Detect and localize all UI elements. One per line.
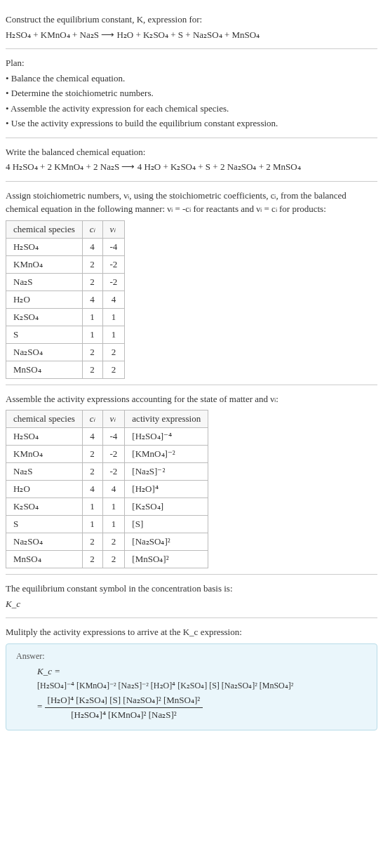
plan-bullet-3: • Assemble the activity expression for e…	[6, 102, 377, 116]
table-row: Na₂S2-2[Na₂S]⁻²	[6, 463, 208, 481]
table-row: H₂SO₄4-4[H₂SO₄]⁻⁴	[6, 428, 208, 446]
col-ci: cᵢ	[82, 220, 102, 238]
table-row: Na₂SO₄22	[6, 343, 125, 361]
activity-table: chemical species cᵢ νᵢ activity expressi…	[6, 410, 208, 568]
col-vi: νᵢ	[102, 410, 125, 428]
intro-section: Construct the equilibrium constant, K, e…	[6, 6, 377, 49]
table-header-row: chemical species cᵢ νᵢ	[6, 220, 125, 238]
plan-bullet-4: • Use the activity expressions to build …	[6, 116, 377, 131]
final-heading: Mulitply the activity expressions to arr…	[6, 625, 377, 639]
activity-heading: Assemble the activity expressions accoun…	[6, 392, 377, 406]
fraction-line: = [H₂O]⁴ [K₂SO₄] [S] [Na₂SO₄]² [MnSO₄]² …	[37, 693, 367, 721]
balanced-section: Write the balanced chemical equation: 4 …	[6, 138, 377, 182]
table-row: K₂SO₄11[K₂SO₄]	[6, 498, 208, 516]
plan-bullet-1: • Balance the chemical equation.	[6, 72, 377, 86]
table-row: Na₂SO₄22[Na₂SO₄]²	[6, 533, 208, 551]
table-row: S11	[6, 326, 125, 343]
fraction: [H₂O]⁴ [K₂SO₄] [S] [Na₂SO₄]² [MnSO₄]² [H…	[45, 693, 203, 721]
fraction-denominator: [H₂SO₄]⁴ [KMnO₄]² [Na₂S]²	[45, 708, 203, 722]
answer-label: Answer:	[16, 651, 367, 662]
unbalanced-equation: H₂SO₄ + KMnO₄ + Na₂S ⟶ H₂O + K₂SO₄ + S +…	[6, 28, 377, 42]
kc-symbol-section: The equilibrium constant symbol in the c…	[6, 575, 377, 618]
product-line: [H₂SO₄]⁻⁴ [KMnO₄]⁻² [Na₂S]⁻² [H₂O]⁴ [K₂S…	[37, 679, 367, 692]
kc-symbol: K_c	[6, 597, 377, 611]
table-row: H₂SO₄4-4	[6, 238, 125, 255]
final-section: Mulitply the activity expressions to arr…	[6, 618, 377, 736]
kc-symbol-heading: The equilibrium constant symbol in the c…	[6, 582, 377, 596]
table-row: KMnO₄2-2[KMnO₄]⁻²	[6, 446, 208, 463]
activity-section: Assemble the activity expressions accoun…	[6, 385, 377, 575]
col-activity-expr: activity expression	[125, 410, 208, 428]
col-species: chemical species	[6, 220, 83, 238]
equals-sign: =	[37, 701, 42, 712]
stoich-heading: Assign stoichiometric numbers, νᵢ, using…	[6, 189, 377, 216]
col-ci: cᵢ	[82, 410, 102, 428]
stoich-section: Assign stoichiometric numbers, νᵢ, using…	[6, 182, 377, 385]
col-vi: νᵢ	[102, 220, 125, 238]
fraction-numerator: [H₂O]⁴ [K₂SO₄] [S] [Na₂SO₄]² [MnSO₄]²	[45, 693, 203, 708]
answer-box: Answer: K_c = [H₂SO₄]⁻⁴ [KMnO₄]⁻² [Na₂S]…	[6, 643, 377, 731]
plan-heading: Plan:	[6, 56, 377, 70]
stoich-table: chemical species cᵢ νᵢ H₂SO₄4-4 KMnO₄2-2…	[6, 220, 125, 379]
table-header-row: chemical species cᵢ νᵢ activity expressi…	[6, 410, 208, 428]
plan-bullet-2: • Determine the stoichiometric numbers.	[6, 86, 377, 100]
balanced-heading: Write the balanced chemical equation:	[6, 145, 377, 159]
table-row: Na₂S2-2	[6, 273, 125, 291]
table-row: H₂O44[H₂O]⁴	[6, 481, 208, 498]
table-row: S11[S]	[6, 516, 208, 533]
kc-equals: K_c =	[37, 665, 367, 679]
intro-text: Construct the equilibrium constant, K, e…	[6, 13, 377, 27]
table-row: K₂SO₄11	[6, 308, 125, 326]
table-row: KMnO₄2-2	[6, 255, 125, 273]
balanced-equation: 4 H₂SO₄ + 2 KMnO₄ + 2 Na₂S ⟶ 4 H₂O + K₂S…	[6, 160, 377, 174]
table-row: MnSO₄22	[6, 361, 125, 378]
table-row: H₂O44	[6, 291, 125, 308]
col-species: chemical species	[6, 410, 83, 428]
plan-section: Plan: • Balance the chemical equation. •…	[6, 49, 377, 138]
table-row: MnSO₄22[MnSO₄]²	[6, 551, 208, 568]
